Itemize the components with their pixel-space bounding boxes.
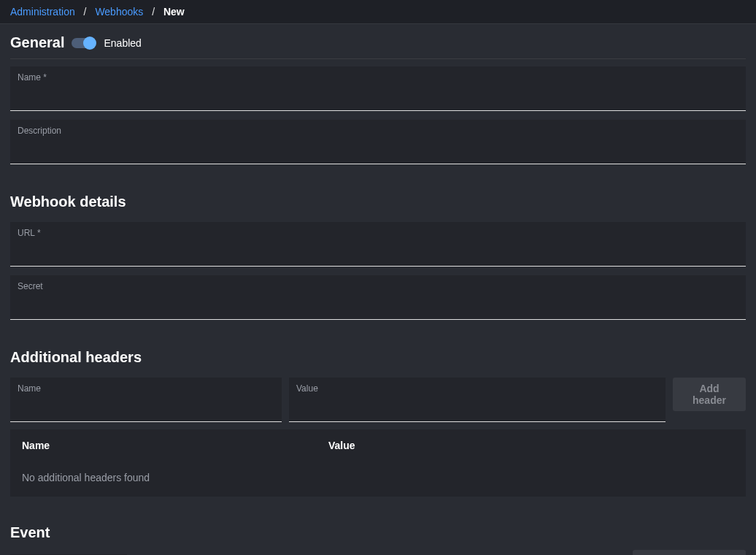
- toggle-track: [72, 38, 95, 48]
- section-webhook-details-header: Webhook details: [10, 194, 746, 215]
- breadcrumb-webhooks[interactable]: Webhooks: [95, 6, 143, 18]
- section-title-general: General: [10, 34, 64, 51]
- name-label: Name *: [18, 72, 738, 83]
- breadcrumb-sep: /: [84, 6, 87, 18]
- add-header-button[interactable]: Add header: [673, 378, 746, 411]
- breadcrumb-administration[interactable]: Administration: [10, 6, 75, 18]
- description-label: Description: [18, 126, 738, 136]
- secret-label: Secret: [18, 281, 738, 291]
- headers-table-empty: No additional headers found: [10, 462, 746, 497]
- table-col-name: Name: [22, 440, 328, 451]
- headers-input-row: Name Value Add header: [10, 378, 746, 422]
- secret-input[interactable]: [18, 294, 738, 306]
- header-value-input[interactable]: [296, 397, 658, 408]
- url-field[interactable]: URL *: [10, 222, 746, 267]
- section-title-additional-headers: Additional headers: [10, 349, 142, 366]
- url-input[interactable]: [18, 241, 738, 253]
- header-name-input[interactable]: [18, 397, 274, 408]
- breadcrumb-sep: /: [152, 6, 155, 18]
- section-event-header: Event: [10, 524, 746, 543]
- header-name-field[interactable]: Name: [10, 378, 282, 422]
- header-value-field[interactable]: Value: [289, 378, 666, 422]
- name-field[interactable]: Name *: [10, 66, 746, 111]
- section-additional-headers-header: Additional headers: [10, 349, 746, 370]
- header-name-label: Name: [18, 383, 274, 394]
- url-label: URL *: [18, 228, 738, 238]
- headers-table: Name Value No additional headers found: [10, 429, 746, 497]
- event-row: Event * Download schema: [10, 550, 746, 555]
- description-input[interactable]: [18, 139, 738, 150]
- section-general-header: General Enabled: [10, 34, 746, 59]
- header-value-label: Value: [296, 383, 658, 394]
- toggle-thumb: [83, 37, 96, 50]
- description-field[interactable]: Description: [10, 120, 746, 164]
- table-col-value: Value: [328, 440, 734, 451]
- secret-field[interactable]: Secret: [10, 275, 746, 320]
- section-title-event: Event: [10, 524, 50, 541]
- download-schema-button[interactable]: Download schema: [633, 550, 746, 555]
- headers-table-header: Name Value: [10, 429, 746, 462]
- breadcrumb-current: New: [163, 6, 185, 18]
- name-input[interactable]: [18, 85, 738, 97]
- enabled-toggle[interactable]: Enabled: [72, 37, 141, 49]
- breadcrumb: Administration / Webhooks / New: [10, 6, 185, 18]
- enabled-label: Enabled: [104, 37, 141, 49]
- section-title-webhook-details: Webhook details: [10, 194, 126, 210]
- topbar: Administration / Webhooks / New: [0, 0, 756, 24]
